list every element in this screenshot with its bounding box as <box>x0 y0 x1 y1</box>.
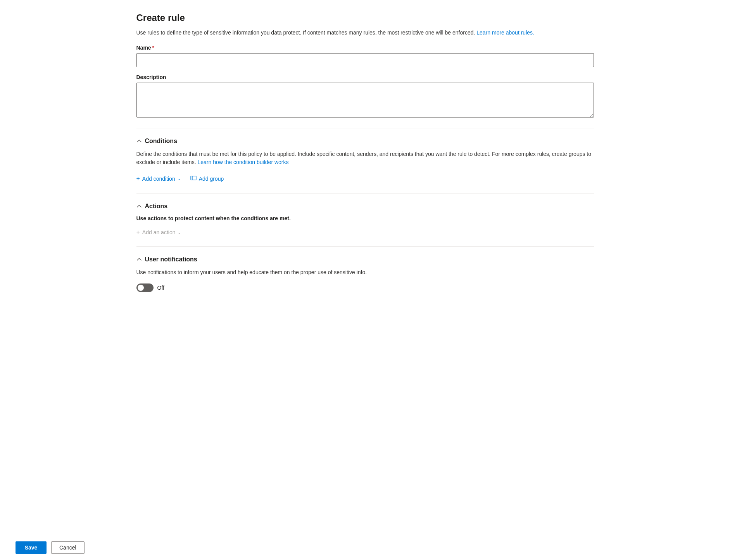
user-notifications-chevron-icon <box>136 257 142 262</box>
page-description: Use rules to define the type of sensitiv… <box>136 29 594 37</box>
conditions-action-row: + Add condition ⌄ Add group <box>136 173 594 184</box>
conditions-title: Conditions <box>145 138 178 145</box>
page-title: Create rule <box>136 12 594 23</box>
toggle-container: Off <box>136 283 594 292</box>
learn-condition-link[interactable]: Learn how the condition builder works <box>197 159 288 165</box>
toggle-track <box>136 283 154 292</box>
add-action-plus-icon: + <box>136 229 140 235</box>
name-input[interactable] <box>136 53 594 67</box>
divider-3 <box>136 246 594 247</box>
required-star: * <box>152 45 154 51</box>
add-group-label: Add group <box>199 176 224 182</box>
name-label: Name* <box>136 45 594 51</box>
description-label: Description <box>136 74 594 80</box>
add-action-button[interactable]: + Add an action ⌄ <box>136 228 181 237</box>
toggle-thumb <box>138 285 144 291</box>
add-condition-button[interactable]: + Add condition ⌄ <box>136 174 181 183</box>
add-action-chevron-icon: ⌄ <box>178 230 181 235</box>
add-condition-plus-icon: + <box>136 176 140 182</box>
conditions-description: Define the conditions that must be met f… <box>136 150 594 166</box>
page-container: Create rule Use rules to define the type… <box>121 0 609 323</box>
save-button[interactable]: Save <box>16 541 47 554</box>
conditions-section-header: Conditions <box>136 138 594 145</box>
add-group-icon <box>190 175 197 182</box>
description-field-group: Description <box>136 74 594 119</box>
user-notifications-toggle[interactable] <box>136 283 154 292</box>
page-description-text: Use rules to define the type of sensitiv… <box>136 29 475 36</box>
conditions-chevron-icon <box>136 138 142 144</box>
name-field-group: Name* <box>136 45 594 67</box>
footer-bar: Save Cancel <box>0 535 730 560</box>
toggle-label: Off <box>157 285 164 291</box>
user-notifications-title: User notifications <box>145 256 197 263</box>
add-group-button[interactable]: Add group <box>190 173 224 184</box>
divider-2 <box>136 193 594 194</box>
add-action-label: Add an action <box>142 229 176 235</box>
learn-rules-link[interactable]: Learn more about rules. <box>476 29 534 36</box>
actions-action-row: + Add an action ⌄ <box>136 228 594 237</box>
user-notifications-description: Use notifications to inform your users a… <box>136 268 594 277</box>
actions-section-header: Actions <box>136 203 594 210</box>
actions-subtitle: Use actions to protect content when the … <box>136 215 594 221</box>
add-condition-label: Add condition <box>142 176 175 182</box>
divider-1 <box>136 128 594 128</box>
actions-title: Actions <box>145 203 168 210</box>
description-input[interactable] <box>136 83 594 118</box>
actions-chevron-icon <box>136 204 142 209</box>
user-notifications-section-header: User notifications <box>136 256 594 263</box>
add-condition-chevron-icon: ⌄ <box>178 176 181 181</box>
cancel-button[interactable]: Cancel <box>51 541 85 554</box>
